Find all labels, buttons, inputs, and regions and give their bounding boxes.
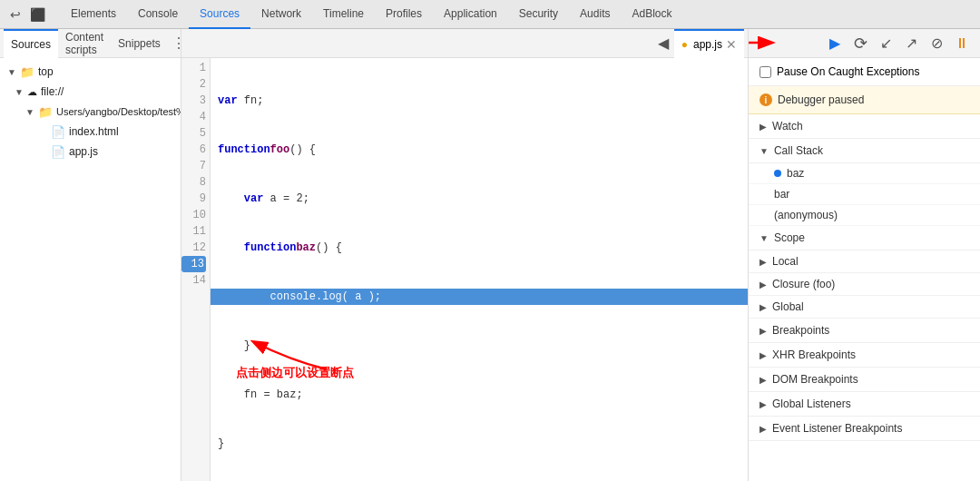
code-line-4: function baz() {	[218, 240, 740, 256]
tab-timeline[interactable]: Timeline	[312, 0, 375, 29]
breakpoints-arrow-icon	[760, 326, 767, 336]
nav-icons: ↩ ⬛	[7, 6, 45, 23]
tab-sources[interactable]: Sources	[189, 0, 250, 29]
code-area: 1 2 3 4 5 6 7 8 9 10 11 12 13 14 var fn;…	[181, 58, 748, 481]
scope-item-local[interactable]: ▶ Local	[749, 250, 980, 273]
resume-button[interactable]: ▶	[824, 33, 846, 54]
tree-label-app-js: app.js	[69, 145, 98, 158]
tree-item-app-js[interactable]: 📄 app.js	[0, 142, 181, 162]
code-line-1: var fn;	[218, 93, 740, 109]
right-panel: ▶ ⟳ ↙ ↗ ⊘ ⏸ Pause On Caught Exceptions i…	[749, 29, 980, 481]
code-line-3: var a = 2;	[218, 191, 740, 207]
tab-profiles[interactable]: Profiles	[375, 0, 433, 29]
tree-item-top[interactable]: ▼ 📁 top	[0, 62, 181, 82]
deactivate-breakpoints-button[interactable]: ⊘	[926, 33, 947, 54]
call-stack-label-bar: bar	[774, 188, 789, 201]
watch-label: Watch	[772, 120, 803, 133]
line-num-14: 14	[181, 272, 206, 289]
scope-label-closure: Closure (foo)	[772, 278, 835, 290]
call-stack-label-anonymous: (anonymous)	[774, 209, 838, 221]
call-stack-dot-baz	[774, 170, 781, 177]
event-listener-breakpoints-header[interactable]: Event Listener Breakpoints	[749, 417, 980, 441]
left-tab-content-scripts[interactable]: Content scripts	[58, 29, 111, 58]
line-numbers: 1 2 3 4 5 6 7 8 9 10 11 12 13 14	[181, 58, 211, 481]
call-stack-section: Call Stack baz bar (anonymous)	[749, 139, 980, 226]
debugger-paused-text: Debugger paused	[778, 93, 864, 106]
code-line-7: fn = baz;	[218, 387, 740, 403]
call-stack-item-bar[interactable]: bar	[749, 184, 980, 205]
call-stack-arrow-icon	[760, 146, 769, 156]
debugger-toolbar: ▶ ⟳ ↙ ↗ ⊘ ⏸	[749, 29, 980, 58]
nav-panel-left-icon[interactable]: ◀	[652, 34, 674, 52]
breakpoints-header[interactable]: Breakpoints	[749, 319, 980, 343]
call-stack-item-anonymous[interactable]: (anonymous)	[749, 205, 980, 226]
editor-tab-label: app.js	[693, 38, 722, 51]
tree-item-index-html[interactable]: 📄 index.html	[0, 122, 181, 142]
editor-tab-close-icon[interactable]: ✕	[726, 37, 737, 52]
scope-label: Scope	[774, 231, 805, 244]
breakpoints-label: Breakpoints	[772, 324, 829, 337]
tab-network[interactable]: Network	[250, 0, 312, 29]
line-num-10: 10	[181, 207, 206, 223]
tree-label-index-html: index.html	[69, 125, 119, 138]
red-arrow-toolbar	[749, 29, 785, 56]
call-stack-item-baz[interactable]: baz	[749, 163, 980, 184]
tree-item-folder[interactable]: ▼ 📁 Users/yangbo/Desktop/test%20heap	[0, 102, 181, 122]
editor-tab-app-js[interactable]: ● app.js ✕	[674, 29, 744, 58]
main-layout: Sources Content scripts Snippets ⋮ ▼ 📁 t…	[0, 29, 980, 481]
code-line-6: }	[218, 338, 740, 354]
code-line-5: console.log( a );	[211, 289, 748, 305]
tab-elements[interactable]: Elements	[60, 0, 127, 29]
pause-button[interactable]: ⏸	[951, 33, 973, 54]
code-line-2: function foo() {	[218, 142, 740, 158]
scope-arrow-icon	[760, 233, 769, 243]
tab-adblock[interactable]: AdBlock	[621, 0, 682, 29]
call-stack-label-baz: baz	[787, 167, 804, 180]
xhr-breakpoints-header[interactable]: XHR Breakpoints	[749, 343, 980, 368]
call-stack-header[interactable]: Call Stack	[749, 139, 980, 163]
event-listener-breakpoints-arrow-icon	[760, 424, 767, 434]
file-icon: ●	[681, 38, 688, 51]
left-tab-sources[interactable]: Sources	[4, 29, 58, 58]
global-listeners-header[interactable]: Global Listeners	[749, 392, 980, 417]
dom-breakpoints-header[interactable]: DOM Breakpoints	[749, 368, 980, 392]
line-num-8: 8	[181, 174, 206, 191]
step-over-button[interactable]: ⟳	[849, 33, 871, 54]
scope-section: Scope ▶ Local ▶ Closure (foo) ▶ Global	[749, 226, 980, 319]
global-listeners-label: Global Listeners	[772, 398, 851, 410]
scope-item-closure[interactable]: ▶ Closure (foo)	[749, 273, 980, 296]
device-icon[interactable]: ⬛	[29, 6, 45, 23]
line-num-7: 7	[181, 158, 206, 174]
line-num-4: 4	[181, 109, 206, 125]
tree-label-file: file://	[41, 85, 64, 98]
step-out-button[interactable]: ↗	[900, 33, 922, 54]
line-num-11: 11	[181, 223, 206, 240]
line-num-13: 13	[181, 256, 206, 272]
line-num-5: 5	[181, 125, 206, 142]
code-content[interactable]: var fn; function foo() { var a = 2; func…	[211, 58, 748, 481]
left-panel: Sources Content scripts Snippets ⋮ ▼ 📁 t…	[0, 29, 181, 481]
step-into-button[interactable]: ↙	[875, 33, 897, 54]
line-num-12: 12	[181, 240, 206, 256]
line-num-3: 3	[181, 93, 206, 109]
left-tabs: Sources Content scripts Snippets ⋮	[0, 29, 181, 58]
pause-caught-label: Pause On Caught Exceptions	[777, 65, 919, 78]
back-icon[interactable]: ↩	[7, 6, 24, 23]
debugger-paused-banner: i Debugger paused	[749, 86, 980, 114]
tree-label-top: top	[38, 65, 54, 78]
global-listeners-arrow-icon	[760, 399, 767, 409]
event-listener-breakpoints-label: Event Listener Breakpoints	[772, 422, 902, 435]
left-tab-snippets[interactable]: Snippets	[111, 29, 168, 58]
tab-audits[interactable]: Audits	[569, 0, 621, 29]
pause-caught-checkbox[interactable]	[760, 66, 771, 78]
debug-orange-icon: i	[760, 93, 772, 106]
tab-security[interactable]: Security	[508, 0, 569, 29]
tab-application[interactable]: Application	[433, 0, 508, 29]
pause-caught-section: Pause On Caught Exceptions	[749, 58, 980, 86]
scope-item-global[interactable]: ▶ Global	[749, 296, 980, 319]
scope-header[interactable]: Scope	[749, 226, 980, 250]
tab-console[interactable]: Console	[127, 0, 189, 29]
watch-section-header[interactable]: Watch	[749, 114, 980, 139]
tree-item-file[interactable]: ▼ ☁ file://	[0, 82, 181, 102]
xhr-breakpoints-arrow-icon	[760, 350, 767, 360]
